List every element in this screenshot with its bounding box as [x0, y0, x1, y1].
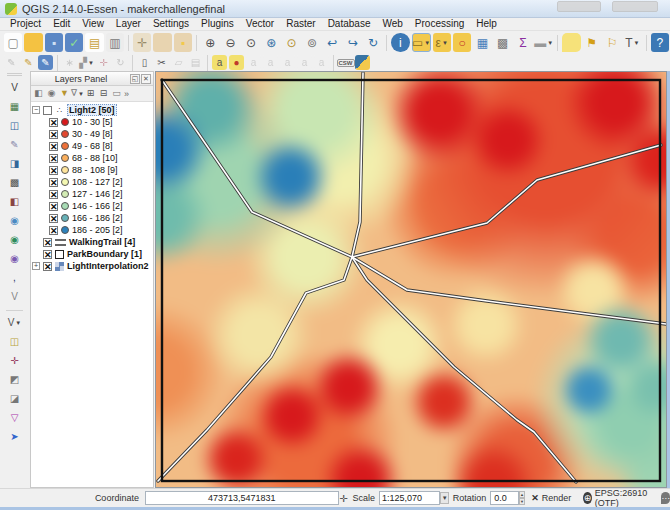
menu-web[interactable]: Web [376, 18, 408, 30]
zoom-to-selection-icon[interactable]: ⊙ [282, 33, 300, 52]
add-db2-layer-icon[interactable]: ◧ [5, 193, 24, 211]
remove-layer-icon[interactable]: ▭ [110, 87, 123, 100]
pan-to-selection-icon[interactable]: ▪ [174, 33, 192, 52]
add-postgis-layer-icon[interactable]: ◫ [5, 117, 24, 135]
rotation-spinner[interactable]: ▲▼ [519, 491, 525, 505]
filter-by-expression-icon[interactable]: ∇▼ [71, 87, 84, 100]
identify-features-icon[interactable]: i [391, 33, 409, 52]
layer-item-parkboundary-1-[interactable]: ParkBoundary [1] [67, 249, 142, 259]
change-label-icon[interactable]: a [314, 55, 329, 70]
touch-zoom-and-pan-icon[interactable]: ✛ [133, 33, 151, 52]
move-feature-icon[interactable]: ✛ [96, 55, 111, 70]
expand-expander[interactable]: + [32, 262, 40, 270]
toggle-editing-icon[interactable]: ✎ [21, 55, 36, 70]
add-spatialite-layer-icon[interactable]: ✎ [5, 136, 24, 154]
class-label[interactable]: 88 - 108 [9] [72, 165, 118, 175]
add-oracle-layer-icon[interactable]: ▩ [5, 174, 24, 192]
labeling-icon[interactable]: a [212, 55, 227, 70]
expand-all-icon[interactable]: ⊞ [84, 87, 97, 100]
node-tool-icon[interactable]: ▞▼ [79, 55, 94, 70]
panel-float-button[interactable]: ◱ [130, 74, 140, 84]
layer-visibility-checkbox[interactable]: ✕ [43, 238, 52, 247]
class-visibility-checkbox[interactable]: ✕ [49, 190, 58, 199]
menu-edit[interactable]: Edit [47, 18, 76, 30]
tree-row[interactable]: ✕146 - 166 [2] [32, 200, 153, 212]
collapse-expander[interactable]: − [32, 106, 40, 114]
crs-status-button[interactable]: ⊕ EPSG:26910 (OTF) [583, 488, 651, 508]
save-project-icon[interactable]: ▪ [45, 33, 63, 52]
map-canvas[interactable] [155, 71, 667, 488]
field-calculator-icon[interactable]: ▩ [494, 33, 512, 52]
map-tips-icon[interactable] [562, 33, 580, 52]
deselect-all-icon[interactable]: ○ [453, 33, 471, 52]
class-visibility-checkbox[interactable]: ✕ [49, 142, 58, 151]
show-bookmarks-icon[interactable]: ⚐ [603, 33, 621, 52]
class-visibility-checkbox[interactable]: ✕ [49, 226, 58, 235]
delete-selected-icon[interactable]: ▯ [137, 55, 152, 70]
select-by-expression-icon[interactable]: ε▼ [433, 33, 451, 52]
zoom-to-layer-icon[interactable]: ⊚ [303, 33, 321, 52]
open-project-icon[interactable] [24, 33, 42, 52]
save-project-as-icon[interactable]: ✓ [65, 33, 83, 52]
layer-item-walkingtrail-4-[interactable]: WalkingTrail [4] [69, 237, 135, 247]
filter-legend-icon[interactable]: ▼ [58, 87, 71, 100]
open-attribute-table-icon[interactable]: ▦ [473, 33, 491, 52]
class-visibility-checkbox[interactable]: ✕ [49, 214, 58, 223]
layer-item-lightinterpolation2[interactable]: LightInterpolation2 [67, 261, 149, 271]
class-label[interactable]: 146 - 166 [2] [72, 201, 123, 211]
add-mssql-layer-icon[interactable]: ◨ [5, 155, 24, 173]
menu-database[interactable]: Database [322, 18, 377, 30]
rotation-spinbox[interactable]: 0.0 [490, 491, 518, 505]
measure-dropdown[interactable]: ▼ [547, 40, 553, 46]
render-checkbox[interactable]: ✕ Render [531, 493, 571, 503]
copy-features-icon[interactable]: ▱ [171, 55, 186, 70]
layer-visibility-checkbox[interactable] [43, 106, 52, 115]
menu-view[interactable]: View [76, 18, 110, 30]
spatial-query-icon[interactable]: ◪ [5, 390, 24, 408]
zoom-out-icon[interactable]: ⊖ [221, 33, 239, 52]
text-annotation-dropdown[interactable]: ▼ [634, 40, 640, 46]
rotate-label-icon[interactable]: a [297, 55, 312, 70]
class-label[interactable]: 49 - 68 [8] [72, 141, 113, 151]
layer-visibility-checkbox[interactable]: ✕ [43, 262, 52, 271]
class-label[interactable]: 30 - 49 [8] [72, 129, 113, 139]
paste-features-icon[interactable]: ▤ [188, 55, 203, 70]
python-console-icon[interactable] [355, 55, 370, 70]
class-label[interactable]: 68 - 88 [10] [72, 153, 118, 163]
zoom-native-icon[interactable]: ⊙ [242, 33, 260, 52]
new-print-composer-icon[interactable]: ▤ [85, 33, 103, 52]
tree-row[interactable]: ✕68 - 88 [10] [32, 152, 153, 164]
interpolation-plugin-icon[interactable]: ▽ [5, 409, 24, 427]
measure-icon[interactable]: ▬▼ [534, 33, 553, 52]
tree-row[interactable]: −∴Light2 [50] [32, 104, 153, 116]
metasearch-csw-icon[interactable]: CSW [338, 55, 353, 70]
class-visibility-checkbox[interactable]: ✕ [49, 178, 58, 187]
tree-row[interactable]: ✕166 - 186 [2] [32, 212, 153, 224]
add-wms-layer-icon[interactable]: ◉ [5, 212, 24, 230]
scale-combobox[interactable]: 1:125,070 [379, 491, 440, 505]
add-vector-layer-icon[interactable]: V [5, 79, 24, 97]
scale-dropdown-arrow[interactable]: ▼ [440, 492, 448, 504]
class-visibility-checkbox[interactable]: ✕ [49, 166, 58, 175]
coordinate-capture-icon[interactable]: ✛ [5, 352, 24, 370]
current-edits-icon[interactable]: ✎ [4, 55, 19, 70]
open-layer-styling-icon[interactable]: ◧ [32, 87, 45, 100]
highlight-labels-icon[interactable]: a [263, 55, 278, 70]
new-project-icon[interactable]: ▢ [4, 33, 22, 52]
help-icon[interactable]: ? [651, 33, 669, 52]
save-layer-edits-icon[interactable]: ✎ [38, 55, 53, 70]
zoom-last-icon[interactable]: ↩ [323, 33, 341, 52]
new-bookmark-icon[interactable]: ⚑ [583, 33, 601, 52]
class-visibility-checkbox[interactable]: ✕ [49, 154, 58, 163]
manage-layer-visibility-icon[interactable]: ◉ [45, 87, 58, 100]
menu-layer[interactable]: Layer [110, 18, 147, 30]
new-shapefile-layer-icon[interactable]: V▼ [5, 314, 24, 332]
add-virtual-layer-icon[interactable]: V [5, 288, 24, 306]
menu-vector[interactable]: Vector [240, 18, 280, 30]
layers-panel-header[interactable]: Layers Panel ◱ ✕ [31, 72, 153, 86]
select-features-dropdown[interactable]: ▼ [424, 40, 430, 46]
zoom-full-extent-icon[interactable]: ⊛ [262, 33, 280, 52]
refresh-map-icon[interactable]: ↻ [364, 33, 382, 52]
panel-close-button[interactable]: ✕ [141, 74, 151, 84]
class-label[interactable]: 10 - 30 [5] [72, 117, 113, 127]
